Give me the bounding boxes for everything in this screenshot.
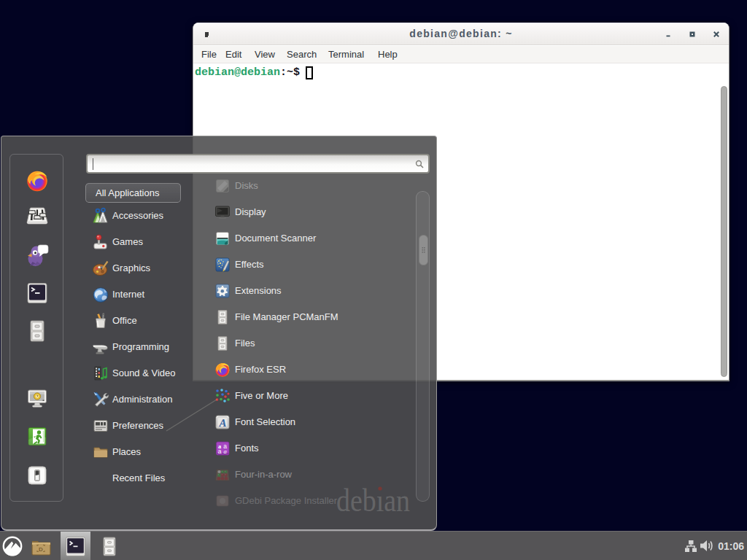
svg-text:D: D [39, 546, 43, 553]
svg-text:A: A [218, 417, 226, 429]
svg-text:a: a [223, 448, 226, 455]
svg-text:debıan: debıan [336, 482, 410, 518]
svg-text:a: a [218, 448, 222, 455]
